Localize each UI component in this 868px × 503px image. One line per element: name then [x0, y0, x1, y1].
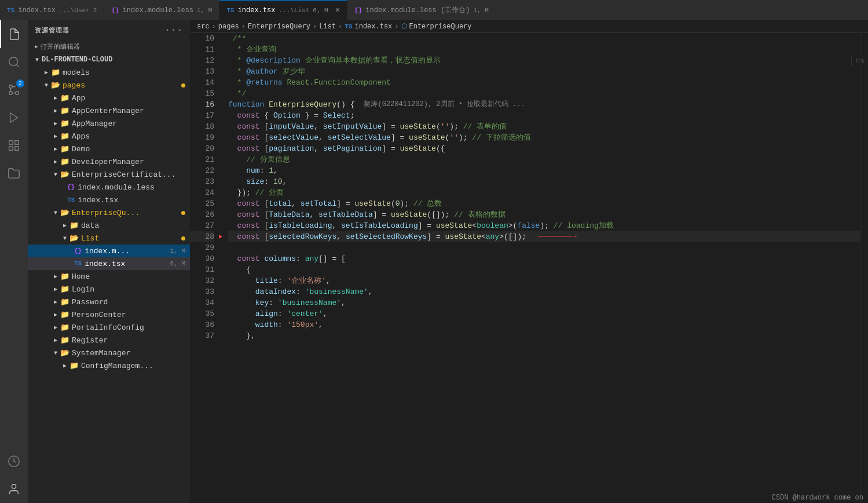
tree-badge: 1, M [170, 247, 185, 254]
tree-item-less-cert[interactable]: {} index.module.less [28, 181, 190, 194]
tab-close-button[interactable]: × [335, 6, 340, 15]
tab-index-module-less[interactable]: {} index.module.less 1, M [104, 0, 219, 20]
ts-file-icon: TS [67, 196, 75, 203]
code-line-22: num: 1, [228, 165, 860, 176]
line-numbers: 10 11 12 13 14 15 16 17 18 19 20 21 22 2… [190, 33, 219, 503]
tree-label: index.tsx [78, 196, 190, 205]
collapse-arrow: ▶ [51, 286, 60, 293]
tree-item-appmanager[interactable]: ▶ 📁 AppManager [28, 117, 190, 130]
collapse-arrow: ▼ [32, 57, 42, 63]
tree-item-data[interactable]: ▶ 📁 data [28, 219, 190, 232]
modified-dot [181, 211, 185, 215]
crumb-ts-icon: TS [345, 23, 352, 30]
code-line-31: { [228, 264, 860, 275]
git-badge: 2 [16, 79, 24, 88]
code-line-17: const { Option } = Select; [228, 110, 860, 121]
activity-bar: 2 [0, 20, 28, 503]
tree-item-home[interactable]: ▶ 📁 Home [28, 270, 190, 283]
collapse-arrow: ▶ [51, 324, 60, 331]
svg-rect-7 [15, 141, 19, 144]
collapse-arrow: ▶ [51, 273, 60, 280]
tree-item-enterprise-cert[interactable]: ▼ 📂 EnterpriseCertificat... [28, 168, 190, 181]
tree-label: data [81, 221, 190, 230]
tree-label: models [63, 68, 190, 77]
breadcrumb: src › pages › EnterpriseQuery › List › T… [190, 20, 868, 33]
sidebar-more-button[interactable]: ··· [164, 25, 183, 35]
activity-extensions[interactable] [0, 132, 28, 159]
code-line-34: key: 'businessName', [228, 297, 860, 308]
tree-badge [181, 83, 185, 88]
activity-folder[interactable] [0, 159, 28, 187]
tree-label: EnterpriseCertificat... [72, 170, 190, 179]
tree-item-tsx-cert[interactable]: TS index.tsx [28, 194, 190, 206]
modified-dot [181, 83, 185, 88]
folder-icon: 📁 [60, 119, 69, 128]
code-line-35: align: 'center', [228, 308, 860, 319]
collapse-arrow: ▼ [51, 172, 60, 178]
tab-badge: 6, M [313, 7, 328, 14]
tab-label: index.module.less (工作台) [365, 5, 470, 15]
git-annotation: 粲涛(G220411202), 2周前 • 拉取最新代码 ... [364, 99, 525, 110]
tab-path: ...\User [59, 7, 90, 14]
ts-file-icon: TS [74, 260, 82, 267]
tab-label: index.tsx [238, 6, 276, 14]
code-content[interactable]: /** * 企业查询 * @description 企业查询基本数据的查看，状态… [219, 33, 860, 503]
tree-item-register[interactable]: ▶ 📁 Register [28, 334, 190, 347]
tree-item-personcenter[interactable]: ▶ 📁 PersonCenter [28, 308, 190, 321]
less-file-icon: {} [74, 247, 82, 254]
tree-label: App [72, 94, 190, 103]
code-editor[interactable]: 10 11 12 13 14 15 16 17 18 19 20 21 22 2… [190, 33, 868, 503]
collapse-arrow: ▶ [51, 120, 60, 127]
tree-item-demo[interactable]: ▶ 📁 Demo [28, 143, 190, 155]
activity-run[interactable] [0, 104, 28, 132]
folder-icon: 📁 [60, 157, 69, 166]
tree-item-app[interactable]: ▶ 📁 App [28, 92, 190, 104]
code-line-10: /** [228, 33, 860, 44]
tree-item-enterprise-qu[interactable]: ▼ 📂 EnterpriseQu... [28, 206, 190, 219]
folder-icon: 📂 [60, 348, 69, 358]
folder-icon: 📁 [60, 144, 69, 154]
tree-item-sysmanager[interactable]: ▼ 📂 SystemManager [28, 347, 190, 359]
folder-icon: 📁 [60, 285, 69, 294]
tab-index-module-less-workbench[interactable]: {} index.module.less (工作台) 1, M [347, 0, 496, 20]
tree-item-configmanage[interactable]: ▶ 📁 ConfigManagem... [28, 359, 190, 372]
tree-badge: 6, M [170, 260, 185, 267]
tree-label: AppManager [72, 119, 190, 128]
tree-item-index-m-less[interactable]: {} index.m... 1, M [28, 245, 190, 257]
tree-item-appcenter[interactable]: ▶ 📁 AppCenterManager [28, 104, 190, 117]
code-line-19: const [selectValue, setSelectValue] = us… [228, 132, 860, 143]
folder-icon: 📁 [69, 361, 79, 370]
crumb-enterprisequery: EnterpriseQuery [248, 23, 310, 31]
status-bar: CSDN @hardwork come on [767, 493, 868, 503]
tree-item-login[interactable]: ▶ 📁 Login [28, 283, 190, 296]
tree-label: PortalInfoConfig [72, 323, 190, 332]
code-line-20: const [pagination, setPagination] = useS… [228, 143, 860, 154]
code-line-27: const [isTableLoading, setIsTableLoading… [228, 220, 860, 231]
less-icon: {} [354, 7, 362, 14]
collapse-arrow: ▶ [51, 337, 60, 344]
tab-index-tsx-list[interactable]: TS index.tsx ...\List 6, M × [219, 0, 347, 20]
tree-item-index-tsx-list[interactable]: TS index.tsx 6, M [28, 257, 190, 270]
opened-editors-section[interactable]: ▶ 打开的编辑器 [28, 40, 190, 53]
tree-item-password[interactable]: ▶ 📁 Password [28, 296, 190, 308]
collapse-arrow: ▶ [60, 222, 69, 229]
tree-item-list[interactable]: ▼ 📂 List [28, 232, 190, 245]
svg-point-2 [16, 92, 19, 95]
tab-badge: 1, M [197, 7, 212, 14]
activity-avatar[interactable] [0, 475, 28, 503]
tab-index-tsx-user[interactable]: TS index.tsx ...\User 2 [0, 0, 104, 20]
tree-item-pages[interactable]: ▼ 📂 pages [28, 79, 190, 92]
activity-files[interactable] [0, 20, 28, 48]
code-line-26: const [TableData, setTableData] = useSta… [228, 209, 860, 220]
tree-root[interactable]: ▼ DL-FRONTEND-CLOUD [28, 53, 190, 66]
tree-label: index.tsx [85, 260, 170, 268]
folder-icon: 📁 [60, 336, 69, 345]
activity-git[interactable]: 2 [0, 76, 28, 104]
tree-item-apps[interactable]: ▶ 📁 Apps [28, 130, 190, 143]
tree-item-models[interactable]: ▶ 📁 models [28, 66, 190, 79]
tab-path: ...\List [279, 7, 309, 14]
tree-item-devmanager[interactable]: ▶ 📁 DeveloperManager [28, 155, 190, 168]
activity-search[interactable] [0, 48, 28, 76]
activity-history[interactable] [0, 447, 28, 475]
tree-item-portalinfo[interactable]: ▶ 📁 PortalInfoConfig [28, 321, 190, 334]
